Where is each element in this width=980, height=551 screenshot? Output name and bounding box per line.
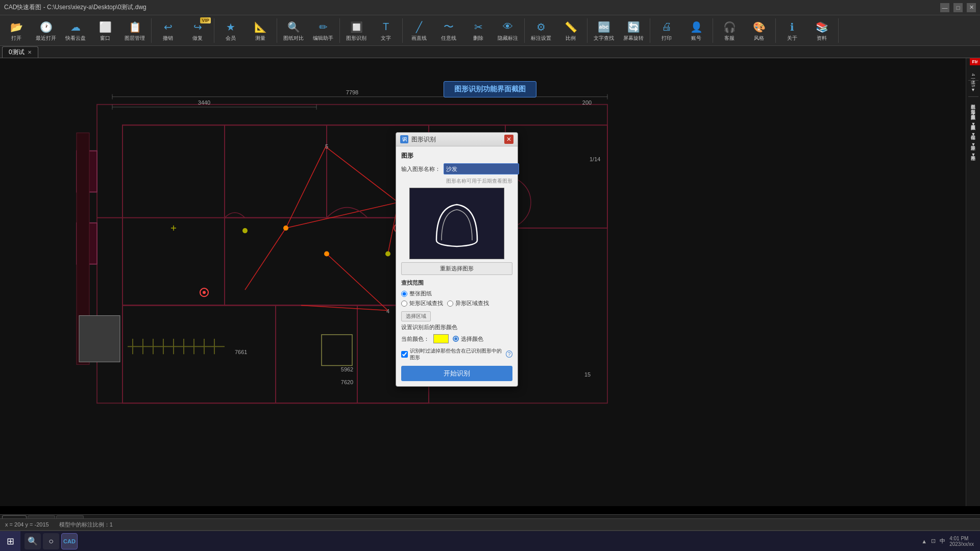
toolbar-icon-window: ⬜ [98,20,112,34]
taskbar-cad-icon[interactable]: CAD [61,533,78,549]
toolbar-item-account[interactable]: 👤 账号 [682,16,710,45]
toolbar-icon-recent: 🕐 [39,20,53,34]
toolbar-item-freeline[interactable]: 〜 任意线 [434,16,463,45]
tab-test[interactable]: 0测试 ✕ [2,46,38,58]
dialog-body: 图形 输入图形名称： 图形名称可用于后期查看图形 重新选择图形 [396,146,518,386]
toolbar-separator [524,18,525,43]
irregular-region-row: 异形区域查找 [447,299,489,307]
right-panel-item-4[interactable]: 添加图层 [970,104,976,108]
toolbar-separator [277,18,277,43]
right-panel-item-5[interactable]: 查看层面颜色块▼ [970,109,976,118]
toolbar-item-window[interactable]: ⬜ 窗口 [91,16,119,45]
toolbar-item-recent[interactable]: 🕐 最近打开 [32,16,60,45]
select-color-button[interactable]: 选择颜色 [461,335,483,343]
taskbar-lang[interactable]: 中 [940,537,945,545]
filter-checkbox[interactable] [401,351,408,358]
toolbar-item-editor[interactable]: ✏ 编辑助手 [309,16,337,45]
toolbar-item-compare[interactable]: 🔍 图纸对比 [279,16,308,45]
toolbar-item-about[interactable]: ℹ 关于 [778,16,806,45]
toolbar-label-textmark: 文字查找 [594,35,614,41]
minimize-button[interactable]: — [940,3,949,12]
right-panel-item-7[interactable]: 云端保存▼ [970,130,976,139]
svg-text:5: 5 [325,143,328,149]
color-swatch[interactable] [433,334,449,343]
toolbar-item-cloud[interactable]: ☁ 快看云盘 [61,16,90,45]
taskbar-right: ▲ ⊡ 中 4:01 PM2023/xx/xx [921,536,980,547]
toolbar-item-open[interactable]: 📂 打开 [2,16,31,45]
toolbar-icon-undo: ↩ [161,20,175,34]
irregular-region-radio[interactable] [447,300,453,307]
right-panel-item-2[interactable]: 5▼ [971,83,976,94]
toolbar-item-recognize[interactable]: 🔲 图形识别 [342,16,371,45]
name-field-label: 输入图形名称： [401,165,440,173]
toolbar-icon-markup: ⚙ [534,20,548,34]
taskbar-time: 4:01 PM2023/xx/xx [949,536,974,547]
dialog-icon: 识 [400,135,408,143]
tab-label-test: 0测试 [9,48,24,57]
toolbar-item-delete[interactable]: ✂ 删除 [464,16,493,45]
toolbar-item-hide[interactable]: 👁 隐藏标注 [494,16,522,45]
toolbar-item-print[interactable]: 🖨 打印 [652,16,681,45]
whole-paper-radio-row: 整张图纸 [401,290,512,297]
toolbar-item-markup[interactable]: ⚙ 标注设置 [527,16,555,45]
right-panel-item-9[interactable]: 本档注释▼ [970,150,976,159]
reselect-button[interactable]: 重新选择图形 [401,262,512,275]
toolbar-icon-recognize: 🔲 [349,20,363,34]
toolbar-item-service[interactable]: 🎧 客服 [715,16,744,45]
rect-region-radio[interactable] [401,300,407,307]
dialog-close-button[interactable]: ✕ [504,135,513,144]
toolbar-separator [402,18,403,43]
svg-text:5962: 5962 [341,366,353,372]
right-panel-item-6[interactable]: 查看层面颜色块▼ [970,119,976,129]
toolbar-item-style[interactable]: 🎨 风格 [745,16,773,45]
close-button[interactable]: ✕ [967,3,976,12]
right-panel-item-3[interactable]: 标色图层 [970,99,976,103]
window-controls: — □ ✕ [940,3,976,12]
toolbar-item-resource[interactable]: 📚 资料 [807,16,836,45]
toolbar-item-measure[interactable]: 📐 测量 [246,16,275,45]
toolbar-icon-about: ℹ [785,20,799,34]
rect-region-row: 矩形区域查找 [401,299,443,307]
restore-button[interactable]: □ [953,3,963,12]
svg-text:7661: 7661 [235,349,247,355]
toolbar-label-recognize: 图形识别 [346,35,366,41]
toolbar-item-manage[interactable]: 📋 图层管理 [120,16,149,45]
toolbar-label-markup: 标注设置 [531,35,551,41]
toolbar-separator [650,18,650,43]
taskbar-network-icon[interactable]: ⊡ [931,538,936,544]
toolbar-item-undo[interactable]: ↩ 撤销 [154,16,182,45]
right-panel-item-1[interactable]: 4上一张 [970,71,976,78]
toolbar-item-rotate[interactable]: 🔄 屏幕旋转 [619,16,648,45]
dialog-title-bar[interactable]: 识 图形识别 ✕ [396,133,518,146]
whole-paper-radio[interactable] [401,291,407,297]
toolbar-label-print: 打印 [662,35,672,41]
toolbar-icon-measure: 📐 [253,20,267,34]
toolbar-item-text[interactable]: T 文字 [372,16,400,45]
right-panel-item-8[interactable]: 添加标注▼ [970,140,976,149]
taskbar-start-button[interactable]: ⊞ [0,531,20,552]
toolbar-icon-open: 📂 [9,20,23,34]
toolbar-icon-line: ╱ [412,20,426,34]
taskbar-search-icon[interactable]: 🔍 [24,533,41,549]
tab-close-test[interactable]: ✕ [28,49,32,55]
toolbar-icon-delete: ✂ [471,20,485,34]
toolbar-item-member[interactable]: ★ 会员 [216,16,245,45]
shape-name-input[interactable] [444,163,519,174]
toolbar-icon-rotate: 🔄 [626,20,641,34]
toolbar-separator [339,18,340,43]
start-recognition-button[interactable]: 开始识别 [401,366,512,381]
select-region-button[interactable]: 选择区域 [401,311,431,321]
toolbar-item-textmark[interactable]: 🔤 文字查找 [590,16,618,45]
help-icon[interactable]: ? [506,350,512,358]
toolbar-label-rotate: 屏幕旋转 [623,35,644,41]
toolbar-label-window: 窗口 [100,35,110,41]
toolbar-icon-resource: 📚 [815,20,829,34]
taskbar-cortana-icon[interactable]: ○ [43,533,59,549]
toolbar-label-account: 账号 [691,35,701,41]
toolbar-separator [775,18,776,43]
toolbar-item-redo[interactable]: ↪ 做复 VIP [183,16,212,45]
toolbar-item-line[interactable]: ╱ 画直线 [405,16,433,45]
taskbar: ⊞ 🔍 ○ CAD ▲ ⊡ 中 4:01 PM2023/xx/xx [0,531,980,551]
toolbar-item-scale[interactable]: 📏 比例 [556,16,585,45]
svg-text:7798: 7798 [346,89,358,95]
